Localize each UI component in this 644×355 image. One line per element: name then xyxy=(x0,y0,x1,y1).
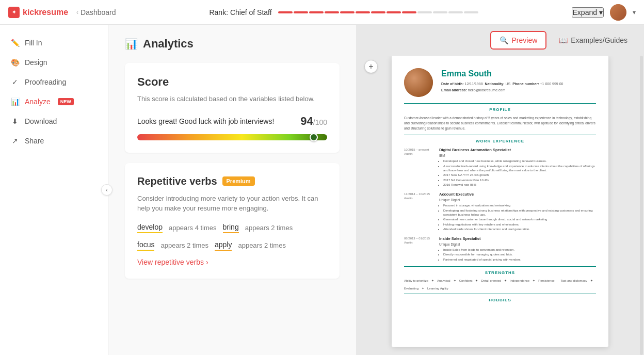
rep-verbs-label: Repetitive verbs xyxy=(137,175,217,187)
work-divider xyxy=(404,135,596,135)
preview-label: Preview xyxy=(511,36,537,44)
sidebar-label-analyze: Analyze xyxy=(25,98,51,106)
rank-seg-7 xyxy=(371,11,385,13)
score-title: Score xyxy=(137,75,327,89)
rank-seg-4 xyxy=(325,11,339,13)
sidebar-item-share[interactable]: ↗ Share xyxy=(0,131,108,151)
rank-seg-10 xyxy=(417,11,432,13)
download-icon: ⬇ xyxy=(10,117,20,126)
rank-seg-1 xyxy=(278,11,293,13)
avatar[interactable] xyxy=(610,4,626,21)
verb-row-1: develop appears 4 times bring appears 2 … xyxy=(137,223,327,233)
plus-button[interactable]: + xyxy=(364,60,378,73)
scrollbar[interactable] xyxy=(640,56,643,355)
brush-icon: 🎨 xyxy=(10,58,20,67)
strength-separator-5: ✦ xyxy=(533,279,535,283)
spell-icon: ✓ xyxy=(10,77,20,87)
verb-apply-count: appears 2 times xyxy=(238,241,286,249)
sidebar-item-download[interactable]: ⬇ Download xyxy=(0,111,108,131)
strength-separator-3: ✦ xyxy=(475,279,478,283)
resume-info: Emma South Date of birth: 12/11/1988 Nat… xyxy=(441,68,596,97)
chevron-right-icon: › xyxy=(206,258,208,266)
header: ✦ kickresume ‹ Dashboard Rank: Chief of … xyxy=(0,0,644,25)
job-3-company: Unique Digital xyxy=(439,242,596,247)
verb-row-2: focus appears 2 times apply appears 2 ti… xyxy=(137,240,327,251)
nav-dashboard[interactable]: Dashboard xyxy=(81,8,116,17)
score-max: /100 xyxy=(313,118,327,126)
examples-guides-button[interactable]: 📖 Examples/Guides xyxy=(551,32,636,49)
analytics-icon: 📊 xyxy=(125,38,138,50)
strength-separator-7: ✦ xyxy=(422,286,424,291)
preview-panel: 🔍 Preview 📖 Examples/Guides + xyxy=(356,25,644,355)
analytics-title: Analytics xyxy=(143,37,194,51)
header-center: Rank: Chief of Staff xyxy=(124,8,564,17)
work-section-title: Work experience xyxy=(404,138,596,144)
job-1-bullet-2: A successful track-record using knowledg… xyxy=(443,164,596,173)
strength-separator-2: ✦ xyxy=(454,279,456,283)
phone-value: +1 000 999 00 xyxy=(540,82,563,86)
rank-seg-5 xyxy=(340,11,355,13)
score-message: Looks great! Good luck with job intervie… xyxy=(137,117,274,125)
rep-verbs-title: Repetitive verbs Premium xyxy=(137,175,327,187)
sidebar-label-download: Download xyxy=(25,117,57,125)
rank-seg-12 xyxy=(448,11,463,13)
score-card: Score This score is calculated based on … xyxy=(125,63,340,153)
sidebar-item-analyze[interactable]: 📊 Analyze NEW xyxy=(0,92,108,111)
rank-bar xyxy=(278,11,478,13)
back-chevron: ‹ xyxy=(76,9,78,16)
analytics-header: 📊 Analytics xyxy=(125,37,340,51)
resume-name: Emma South xyxy=(441,68,596,79)
expand-label: Expand xyxy=(573,8,597,17)
sidebar-item-design[interactable]: 🎨 Design xyxy=(0,53,108,72)
preview-scroll: + Emma South Date of birth: 12/11/198 xyxy=(356,56,644,355)
account-chevron[interactable]: ▾ xyxy=(633,9,636,16)
premium-badge: Premium xyxy=(222,176,255,186)
job-1-title: Digital Business Automation Specialist xyxy=(439,148,596,153)
book-icon: 📖 xyxy=(559,36,568,44)
logo[interactable]: ✦ kickresume xyxy=(8,7,68,18)
strength-3: Confident xyxy=(459,279,473,283)
score-marker xyxy=(310,133,318,141)
job-1-company: IBM xyxy=(439,153,596,158)
rank-seg-6 xyxy=(356,11,370,13)
verb-develop: develop xyxy=(137,223,163,233)
score-description: This score is calculated based on the va… xyxy=(137,94,327,104)
strength-7: Tact and diplomacy xyxy=(561,279,587,283)
view-repetitive-verbs-link[interactable]: View repetitive verbs › xyxy=(137,258,327,266)
job-3-bullets: Inside Sales from leads to conversion an… xyxy=(439,248,596,262)
job-1-content: Digital Business Automation Specialist I… xyxy=(439,148,596,188)
profile-text: Customer-focused leader with a demonstra… xyxy=(404,116,596,131)
email-value: hello@kickresume.com xyxy=(468,88,505,92)
sidebar-item-proofreading[interactable]: ✓ Proofreading xyxy=(0,72,108,92)
job-2-bullet-1: Focused in storage, virtualization and n… xyxy=(443,203,596,207)
job-1-bullet-1: Developed and closed new business, while… xyxy=(443,159,596,163)
work-section: 10/2015 – present Austin Digital Busines… xyxy=(404,148,596,263)
strength-5: Independence xyxy=(510,279,529,283)
chevron-down-icon: ▾ xyxy=(599,8,603,17)
verb-focus: focus xyxy=(137,240,154,251)
rank-seg-8 xyxy=(387,11,401,13)
analyze-badge: NEW xyxy=(58,98,74,105)
edit-icon: ✏️ xyxy=(10,38,20,47)
view-more-label: View repetitive verbs xyxy=(137,258,204,266)
analytics-content: 📊 Analytics Score This score is calculat… xyxy=(108,25,356,355)
hobbies-section-title: Hobbies xyxy=(404,297,596,303)
sidebar-item-fill-in[interactable]: ✏️ Fill In xyxy=(0,33,108,53)
preview-button[interactable]: 🔍 Preview xyxy=(490,31,546,50)
job-1-bullet-5: 2016 Renewal rate 85% xyxy=(443,183,596,187)
resume-dob: Date of birth: 12/11/1988 Nationality: U… xyxy=(441,82,596,87)
job-2-bullet-3: Generated new customer base through dire… xyxy=(443,217,596,221)
job-3-bullet-1: Inside Sales from leads to conversion an… xyxy=(443,248,596,252)
nationality-value: US xyxy=(506,82,511,86)
job-3-content: Inside Sales Specialist Unique Digital I… xyxy=(439,236,596,263)
job-2-bullet-5: Attended trade shows for client interact… xyxy=(443,227,596,231)
expand-button[interactable]: Expand ▾ xyxy=(572,7,604,18)
email-label: Email address: xyxy=(441,88,467,92)
strengths-section-title: Strengths xyxy=(404,270,596,276)
hobbies-divider xyxy=(404,294,596,294)
sidebar-collapse-button[interactable]: ‹ xyxy=(101,184,112,196)
repetitive-verbs-card: Repetitive verbs Premium Consider introd… xyxy=(125,163,340,279)
job-2-dates: 11/2014 – 10/2015 Austin xyxy=(404,192,435,232)
header-nav: ‹ Dashboard xyxy=(76,8,116,17)
strengths-divider xyxy=(404,266,596,267)
